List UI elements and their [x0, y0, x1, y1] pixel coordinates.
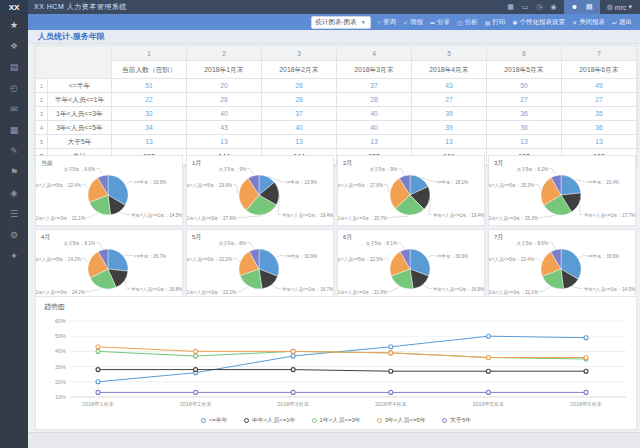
personalize-button-label: 个性化报表设置 — [519, 18, 565, 27]
pie-label: 半年<人员<=1年：19.4% — [282, 213, 333, 218]
pie-chart: <=半年：26.7%半年<人员<=1年：16.8%1年<人员<=3年：24.2%… — [36, 230, 184, 301]
dashboard-icon[interactable]: ▤ — [582, 0, 597, 14]
navbar-active-chip[interactable]: ☻▤ — [564, 0, 600, 14]
search-button[interactable]: ⌕查询 — [378, 18, 396, 27]
row-label: <=半年 — [48, 79, 112, 93]
table-cell: 43 — [412, 79, 487, 93]
data-point[interactable] — [96, 380, 100, 384]
data-point[interactable] — [389, 351, 393, 355]
fill-button[interactable]: ✓填报 — [403, 18, 423, 27]
column-index: 6 — [487, 46, 562, 61]
data-point[interactable] — [584, 336, 588, 340]
sidebar-org-icon[interactable]: ❖ — [0, 35, 28, 56]
close-report-button[interactable]: ✕关闭报表 — [572, 18, 605, 27]
data-point[interactable] — [584, 369, 588, 373]
data-point[interactable] — [291, 368, 295, 372]
analyze-button[interactable]: ◫分析 — [457, 18, 478, 27]
trend-line-chart: 60%50%40%30%20%10%2018年1月末2018年2月末2018年3… — [38, 311, 634, 411]
apps-icon[interactable]: ▦ — [503, 0, 518, 14]
history-icon[interactable]: ◷ — [532, 0, 546, 14]
legend-label: 大于5年 — [450, 416, 471, 425]
pie-card-title: 2月 — [343, 159, 352, 168]
sidebar-edit-icon[interactable]: ✎ — [0, 140, 28, 161]
table-cell: 40 — [262, 121, 337, 135]
y-axis-tick: 30% — [55, 364, 66, 370]
pie-label-line — [398, 169, 404, 175]
data-point[interactable] — [291, 349, 295, 353]
pie-label-line — [384, 185, 389, 193]
sidebar-report-icon[interactable]: ◈ — [0, 182, 28, 203]
pie-chart: <=半年：30.6%半年<人员<=1年：16.9%1年<人员<=3年：21.9%… — [338, 230, 486, 301]
data-point[interactable] — [486, 390, 490, 394]
table-cell: 36 — [487, 107, 562, 121]
data-point[interactable] — [486, 356, 490, 360]
legend-item-3[interactable]: 1年<人员<=3年 — [312, 416, 361, 425]
sidebar-menu-icon[interactable]: ☰ — [0, 203, 28, 224]
print-button[interactable]: ▤打印 — [485, 18, 506, 27]
data-point[interactable] — [389, 345, 393, 349]
user-icon[interactable]: ☻ — [567, 0, 582, 14]
report-type-select[interactable]: 统计图表-图表 ▼ — [311, 16, 371, 29]
table-cell: 27 — [412, 93, 487, 107]
sidebar-grid-icon[interactable]: ▦ — [0, 119, 28, 140]
table-cell: 36 — [562, 121, 637, 135]
pie-label-line — [535, 259, 541, 263]
table-cell: 26 — [262, 79, 337, 93]
help-icon[interactable]: ◉ — [547, 0, 561, 14]
column-header: 2018年3月末 — [337, 61, 412, 79]
legend-item-4[interactable]: 3年<人员<=5年 — [377, 416, 426, 425]
data-point[interactable] — [389, 390, 393, 394]
legend-item-1[interactable]: <=半年 — [201, 416, 228, 425]
data-point[interactable] — [486, 369, 490, 373]
data-point[interactable] — [194, 349, 198, 353]
data-point[interactable] — [291, 390, 295, 394]
share-button[interactable]: ➦分享 — [430, 18, 450, 27]
data-point[interactable] — [486, 334, 490, 338]
row-label: 大于5年 — [48, 135, 112, 149]
sidebar-favorites-icon[interactable]: ★ — [0, 14, 28, 35]
column-header: 2018年6月末 — [562, 61, 637, 79]
share-button-label: 分享 — [437, 18, 450, 27]
data-point[interactable] — [194, 368, 198, 372]
sidebar-list-icon[interactable]: ▤ — [0, 56, 28, 77]
sidebar-clock-icon[interactable]: ◴ — [0, 77, 28, 98]
sidebar-gear-icon[interactable]: ⚙ — [0, 224, 28, 245]
table-cell: 36 — [487, 121, 562, 135]
exit-button[interactable]: ↩退出 — [612, 18, 632, 27]
data-point[interactable] — [96, 349, 100, 353]
data-point[interactable] — [96, 345, 100, 349]
x-axis-tick: 2018年3月末 — [277, 401, 309, 408]
sidebar-mail-icon[interactable]: ✉ — [0, 98, 28, 119]
data-point[interactable] — [584, 356, 588, 360]
data-point[interactable] — [291, 354, 295, 358]
data-point[interactable] — [96, 368, 100, 372]
pie-label: 1年<人员<=3年：27.8% — [187, 216, 236, 221]
table-cell: 13 — [487, 135, 562, 149]
data-point[interactable] — [194, 390, 198, 394]
message-icon[interactable]: ▭ — [518, 0, 533, 14]
pie-label-line — [233, 185, 238, 194]
data-point[interactable] — [96, 390, 100, 394]
table-cell: 49 — [562, 79, 637, 93]
pie-label-line — [233, 259, 239, 262]
pie-label-line — [535, 185, 541, 190]
legend-item-2[interactable]: 半年<人员<=1年 — [244, 416, 296, 425]
data-point[interactable] — [584, 390, 588, 394]
service-years-table: 1234567当前人数（在职）2018年1月末2018年2月末2018年3月末2… — [35, 45, 637, 165]
pie-label: <=半年：26.7% — [134, 254, 166, 259]
pie-label: 3年<人员<=5年：22.2% — [187, 257, 232, 262]
table-cell: 13 — [262, 135, 337, 149]
table-cell: 34 — [112, 121, 187, 135]
app-title: XX HCM 人力资本管理系统 — [34, 2, 127, 12]
pie-label-line — [276, 256, 284, 258]
data-point[interactable] — [194, 354, 198, 358]
pie-chart: <=半年：23.4%半年<人员<=1年：17.7%1年<人员<=3年：25.3%… — [489, 156, 637, 227]
personalize-button[interactable]: ✱个性化报表设置 — [512, 18, 565, 27]
legend-item-5[interactable]: 大于5年 — [442, 416, 471, 425]
pie-label-line — [82, 259, 88, 263]
data-point[interactable] — [389, 369, 393, 373]
navbar-actions: ▦▭◷◉ ☻▤ ◍ mrc ▾ — [503, 0, 640, 14]
sidebar-flag-icon[interactable]: ⚑ — [0, 161, 28, 182]
user-menu[interactable]: ◍ mrc ▾ — [603, 0, 640, 14]
sidebar-star-icon[interactable]: ✦ — [0, 245, 28, 266]
